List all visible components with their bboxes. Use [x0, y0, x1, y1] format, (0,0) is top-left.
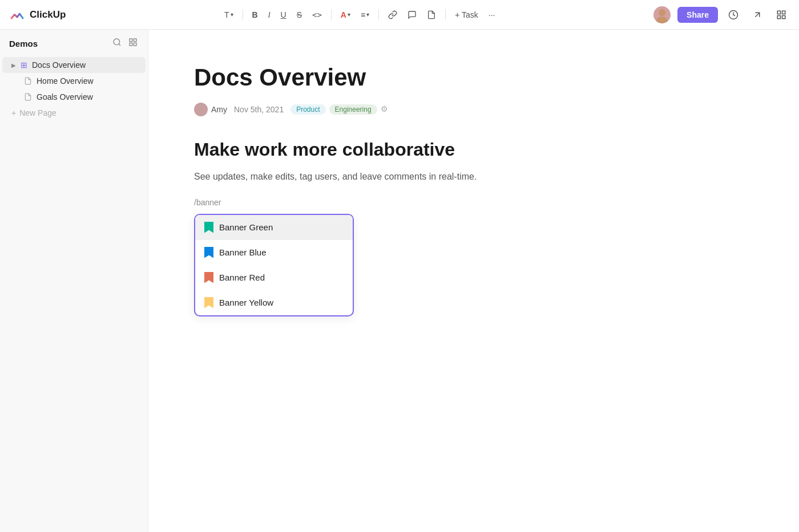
- align-button[interactable]: ≡ ▾: [357, 8, 373, 22]
- svg-rect-5: [782, 11, 785, 14]
- link-button[interactable]: [385, 8, 401, 22]
- banner-yellow-label: Banner Yellow: [219, 298, 273, 307]
- svg-rect-13: [134, 43, 136, 46]
- text-style-button[interactable]: T ▾: [221, 8, 237, 22]
- docs-grid-icon: ⊞: [21, 60, 27, 70]
- bookmark-yellow-icon: [204, 297, 213, 308]
- more-icon: ···: [489, 10, 495, 19]
- svg-rect-4: [777, 11, 780, 14]
- more-options-button[interactable]: ···: [485, 8, 499, 22]
- toolbar-divider-2: [331, 9, 332, 21]
- bookmark-red-icon: [204, 272, 213, 283]
- doc-icon-home: [24, 77, 32, 85]
- svg-rect-12: [130, 43, 132, 46]
- layout-toggle-button[interactable]: [773, 7, 790, 22]
- slash-command-text: /banner: [194, 198, 753, 207]
- link-icon: [388, 10, 397, 19]
- attach-icon: [427, 10, 436, 19]
- sidebar-item-label-home-overview: Home Overview: [37, 76, 94, 86]
- export-button[interactable]: [749, 7, 766, 22]
- comment-button[interactable]: [404, 8, 420, 22]
- svg-point-8: [114, 39, 120, 45]
- sidebar-title: Demos: [9, 39, 38, 48]
- align-icon: ≡: [361, 10, 365, 19]
- code-button[interactable]: <>: [309, 8, 325, 22]
- comment-icon: [407, 10, 417, 19]
- sidebar-item-goals-overview[interactable]: Goals Overview: [2, 89, 146, 105]
- main-layout: Demos ▶ ⊞ Docs Overview Home Overview: [0, 30, 799, 532]
- bookmark-blue-icon: [204, 247, 213, 258]
- section-heading: Make work more collaborative: [194, 139, 753, 160]
- toolbar-logo-area: ClickUp: [9, 7, 66, 23]
- sidebar-item-home-overview[interactable]: Home Overview: [2, 73, 146, 89]
- sidebar: Demos ▶ ⊞ Docs Overview Home Overview: [0, 30, 148, 532]
- banner-dropdown: Banner Green Banner Blue Banner Red Bann…: [194, 214, 354, 316]
- font-color-button[interactable]: A ▾: [337, 8, 354, 22]
- share-button[interactable]: Share: [677, 7, 718, 23]
- document-title: Docs Overview: [194, 64, 753, 91]
- sidebar-item-label-goals-overview: Goals Overview: [37, 92, 93, 101]
- font-color-arrow: ▾: [348, 11, 350, 18]
- menu-item-banner-red[interactable]: Banner Red: [195, 265, 353, 290]
- document-content: Docs Overview Amy Nov 5th, 2021 Product …: [148, 30, 799, 532]
- author-name: Amy: [211, 105, 227, 114]
- svg-rect-11: [134, 39, 136, 42]
- search-icon: [112, 38, 122, 47]
- user-avatar[interactable]: [653, 6, 671, 23]
- history-button[interactable]: [725, 7, 742, 22]
- svg-rect-7: [782, 15, 785, 18]
- add-task-button[interactable]: + Task: [451, 8, 482, 22]
- menu-item-banner-yellow[interactable]: Banner Yellow: [195, 290, 353, 315]
- toolbar: ClickUp T ▾ B I U S <> A ▾ ≡ ▾: [0, 0, 799, 30]
- svg-rect-6: [777, 15, 780, 18]
- expand-arrow-icon: ▶: [11, 62, 16, 68]
- section-text: See updates, make edits, tag users, and …: [194, 169, 753, 184]
- svg-line-3: [755, 13, 760, 17]
- svg-point-0: [659, 9, 665, 16]
- document-meta: Amy Nov 5th, 2021 Product Engineering ⚙: [194, 103, 753, 116]
- tags-settings-icon[interactable]: ⚙: [381, 104, 388, 115]
- text-label: T: [224, 10, 229, 19]
- sidebar-search-button[interactable]: [111, 36, 123, 50]
- bookmark-green-icon: [204, 222, 213, 233]
- toolbar-divider-4: [445, 9, 446, 21]
- toolbar-divider-1: [243, 9, 243, 21]
- document-tags: Product Engineering ⚙: [290, 104, 388, 115]
- sidebar-layout-button[interactable]: [127, 36, 139, 50]
- banner-blue-label: Banner Blue: [219, 247, 267, 257]
- svg-rect-10: [130, 39, 132, 42]
- new-page-label: New Page: [19, 108, 57, 117]
- export-icon: [752, 10, 762, 20]
- menu-item-banner-blue[interactable]: Banner Blue: [195, 240, 353, 265]
- toolbar-right-area: Share: [653, 6, 790, 23]
- text-dropdown-arrow: ▾: [231, 11, 233, 18]
- new-page-button[interactable]: + New Page: [2, 105, 146, 121]
- new-page-plus-icon: +: [11, 108, 16, 117]
- font-color-icon: A: [341, 10, 346, 19]
- app-logo[interactable]: ClickUp: [9, 7, 66, 23]
- strikethrough-button[interactable]: S: [293, 8, 305, 22]
- doc-icon-goals: [24, 93, 32, 101]
- toolbar-divider-3: [378, 9, 379, 21]
- underline-button[interactable]: U: [277, 8, 290, 22]
- tag-engineering[interactable]: Engineering: [329, 104, 377, 115]
- author-avatar: [194, 103, 208, 116]
- document-date: Nov 5th, 2021: [234, 105, 284, 114]
- layout-icon: [776, 10, 786, 20]
- document-author: Amy: [194, 103, 227, 116]
- app-name: ClickUp: [30, 9, 66, 21]
- menu-item-banner-green[interactable]: Banner Green: [195, 215, 353, 240]
- history-icon: [728, 10, 739, 20]
- sidebar-header: Demos: [0, 36, 148, 57]
- bold-button[interactable]: B: [249, 8, 261, 22]
- align-arrow: ▾: [366, 11, 369, 18]
- italic-button[interactable]: I: [265, 8, 274, 22]
- sidebar-layout-icon: [128, 38, 138, 47]
- toolbar-formatting: T ▾ B I U S <> A ▾ ≡ ▾ + Task: [221, 8, 498, 22]
- banner-green-label: Banner Green: [219, 222, 273, 232]
- sidebar-header-icons: [111, 36, 139, 50]
- tag-product[interactable]: Product: [290, 104, 325, 115]
- sidebar-item-docs-overview[interactable]: ▶ ⊞ Docs Overview: [2, 57, 146, 73]
- add-task-label: + Task: [455, 10, 478, 19]
- attach-button[interactable]: [423, 8, 439, 22]
